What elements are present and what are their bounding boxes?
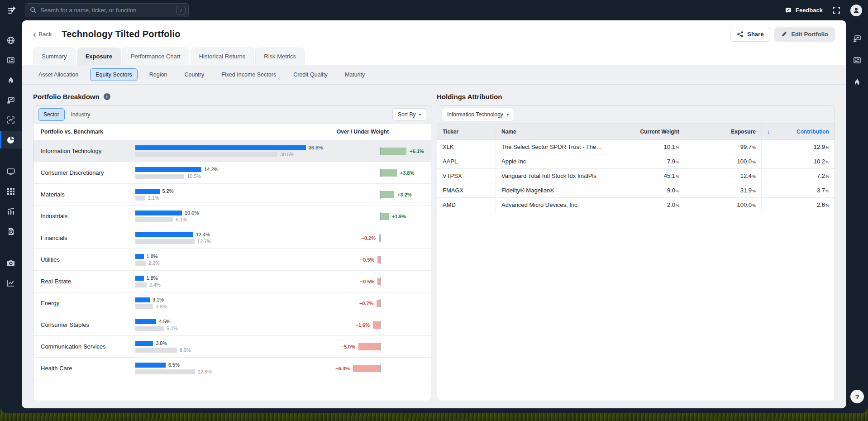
contrib-cell: 7.2% [761,169,835,183]
portfolio-benchmark-bars: 5.2%2.1% [135,184,331,205]
subtab-credit-quality[interactable]: Credit Quality [288,68,333,81]
view-toggle-industry[interactable]: Industry [66,108,96,121]
top-bar: Search for a name, ticker, or function /… [0,0,868,20]
col-exposure[interactable]: Exposure [685,124,761,139]
breakdown-row-energy[interactable]: Energy3.1%3.8%−0.7% [33,292,431,314]
baseline-tick [380,277,381,286]
portfolio-bar [135,363,166,368]
portfolio-value: 1.8% [147,275,158,281]
breakdown-row-materials[interactable]: Materials5.2%2.1%+3.2% [33,183,431,205]
holdings-card: Information Technology ▾ Ticker Name Cur… [437,105,835,401]
ticker-cell: XLK [437,140,496,154]
sector-name: Consumer Staples [33,314,135,335]
subtab-equity-sectors[interactable]: Equity Sectors [90,68,138,81]
breakdown-row-communication-services[interactable]: Communication Services3.8%8.9%−5.0% [33,335,431,357]
document-search-icon [7,227,15,236]
sort-by-button[interactable]: Sort By ▾ [392,108,426,121]
share-button[interactable]: Share [730,27,770,42]
sector-filter-dropdown[interactable]: Information Technology ▾ [442,108,514,121]
sidebar-item-flame[interactable] [0,72,22,89]
sidebar-item-stats[interactable] [0,203,22,220]
sidebar-item-globe[interactable] [0,32,22,49]
percent-unit: % [752,145,756,150]
back-button[interactable]: ‹ Back [33,30,52,38]
portfolio-value: 1.8% [147,254,158,259]
right-sidebar-item-flame[interactable] [846,73,868,91]
back-label: Back [38,31,52,38]
tab-historical-returns[interactable]: Historical Returns [191,48,254,65]
benchmark-bar [135,152,277,157]
portfolio-value: 14.2% [204,167,218,172]
sidebar-item-monitor[interactable] [0,163,22,180]
right-sidebar-item-news[interactable] [846,52,868,69]
sector-name: Materials [33,184,135,205]
breakdown-row-consumer-staples[interactable]: Consumer Staples4.5%6.1%−1.6% [33,314,431,335]
tab-summary[interactable]: Summary [33,48,76,65]
breakdown-row-utilities[interactable]: Utilities1.8%2.2%−0.5% [33,249,431,270]
right-sidebar-item-presentation[interactable] [846,30,868,47]
col-contribution[interactable]: ↓ Contribution [761,124,835,139]
breakdown-row-financials[interactable]: Financials12.4%12.7%−0.2% [33,227,431,249]
sidebar-item-news[interactable] [0,52,22,69]
breakdown-row-information-technology[interactable]: Information Technology36.6%30.5%+6.1% [33,140,431,162]
subtab-asset-allocation[interactable]: Asset Allocation [33,68,84,81]
breakdown-card: SectorIndustry Sort By ▾ Portfolio vs. B… [33,105,431,401]
feedback-button[interactable]: Feedback [785,7,823,14]
underweight-value: −0.2% [362,235,376,241]
portfolio-value: 3.8% [156,340,167,346]
grid-icon [7,187,15,196]
menu-icon[interactable] [6,4,19,17]
overweight-value: +6.1% [410,148,424,154]
subtab-fixed-income-sectors[interactable]: Fixed Income Sectors [216,68,281,81]
baseline-tick [380,364,381,373]
holdings-empty-area [437,212,835,401]
num2-cell: 12.4% [685,169,761,183]
overweight-value: +3.8% [400,170,415,176]
sidebar-item-presentation[interactable] [0,91,22,109]
subtab-maturity[interactable]: Maturity [339,68,370,81]
over-under-cell: −0.5% [331,271,431,292]
col-name[interactable]: Name [496,124,608,139]
subtab-country[interactable]: Country [179,68,210,81]
sidebar-item-scan-chart[interactable] [0,111,22,129]
edit-portfolio-button[interactable]: Edit Portfolio [774,27,835,42]
breakdown-row-real-estate[interactable]: Real Estate1.8%2.4%−0.5% [33,270,431,292]
sidebar-item-camera[interactable] [0,254,22,272]
tab-performance-chart[interactable]: Performance Chart [122,48,189,65]
overweight-value: +1.9% [392,214,406,219]
chevron-left-icon: ‹ [33,30,36,38]
view-toggle-sector[interactable]: Sector [38,108,65,121]
portfolio-bar [135,167,201,172]
benchmark-value: 2.2% [148,260,160,266]
breakdown-title-row: Portfolio Breakdown i [33,93,431,100]
sort-descending-icon[interactable]: ↓ [767,128,770,135]
overweight-bar [381,213,389,220]
tab-exposure[interactable]: Exposure [77,48,121,65]
sidebar-item-document-search[interactable] [0,223,22,240]
holdings-row-aapl[interactable]: AAPLApple Inc.7.9%100.0%10.2% [437,154,835,169]
baseline-tick [380,234,381,242]
holdings-row-xlk[interactable]: XLKThe Select Sector SPDR Trust - The …1… [437,140,835,154]
sector-name: Utilities [33,249,135,270]
benchmark-bar [135,304,153,309]
tab-risk-metrics[interactable]: Risk Metrics [255,48,305,65]
col-ticker[interactable]: Ticker [437,124,496,139]
holdings-row-amd[interactable]: AMDAdvanced Micro Devices, Inc.2.0%100.0… [437,198,835,212]
sidebar-item-grid[interactable] [0,183,22,200]
holdings-row-vtpsx[interactable]: VTPSXVanguard Total Intl Stock Idx Instl… [437,169,835,183]
sidebar-item-pie-chart[interactable] [0,131,22,148]
breakdown-row-industrials[interactable]: Industrials10.0%8.1%+1.9% [33,205,431,227]
help-button[interactable]: ? [850,390,864,403]
portfolio-value: 10.0% [185,210,199,215]
breakdown-row-consumer-discretionary[interactable]: Consumer Discretionary14.2%10.5%+3.8% [33,162,431,183]
subtab-region[interactable]: Region [144,68,173,81]
holdings-row-fmagx[interactable]: FMAGXFidelity® Magellan®9.0%31.9%3.7% [437,183,835,198]
fullscreen-icon[interactable] [833,6,840,14]
search-input[interactable]: Search for a name, ticker, or function / [25,3,189,17]
avatar[interactable] [850,5,862,16]
breakdown-row-health-care[interactable]: Health Care6.5%12.8%−6.3% [33,357,431,379]
sidebar-item-line-chart[interactable] [0,274,22,292]
info-icon[interactable]: i [104,93,110,100]
col-current-weight[interactable]: Current Weight [608,124,685,139]
monitor-icon [6,167,15,176]
